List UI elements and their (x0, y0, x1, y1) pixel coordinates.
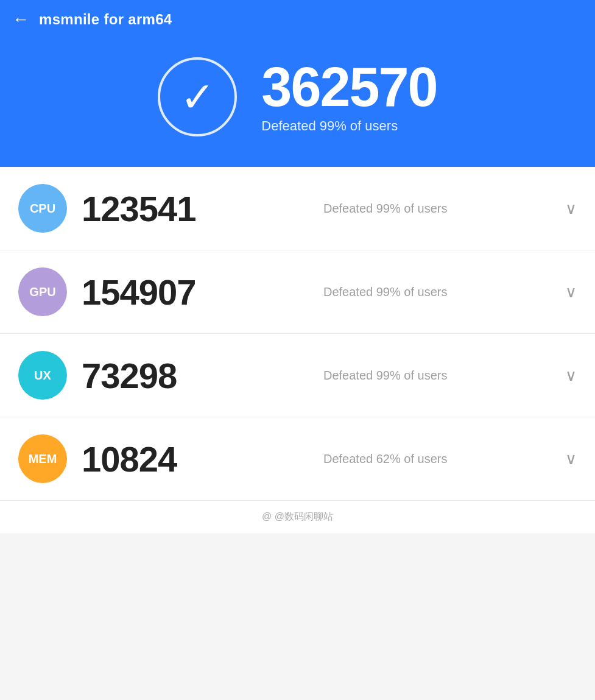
ux-score: 73298 (82, 355, 309, 396)
cpu-badge: CPU (18, 184, 67, 233)
category-row-cpu[interactable]: CPU 123541 Defeated 99% of users ∨ (0, 167, 595, 250)
cpu-defeat-text: Defeated 99% of users (323, 200, 551, 217)
header: ← msmnile for arm64 (0, 0, 595, 39)
mem-score: 10824 (82, 439, 309, 479)
total-score: 362570 (261, 60, 437, 115)
mem-badge: MEM (18, 434, 67, 483)
mem-defeat-text: Defeated 62% of users (323, 450, 551, 467)
categories-list: CPU 123541 Defeated 99% of users ∨ GPU 1… (0, 167, 595, 501)
gpu-score: 154907 (82, 272, 309, 313)
chevron-down-icon[interactable]: ∨ (565, 366, 577, 385)
chevron-down-icon[interactable]: ∨ (565, 199, 577, 218)
gpu-badge: GPU (18, 267, 67, 316)
ux-defeat-text: Defeated 99% of users (323, 367, 551, 384)
watermark: @ @数码闲聊站 (0, 501, 595, 533)
category-row-ux[interactable]: UX 73298 Defeated 99% of users ∨ (0, 334, 595, 417)
ux-badge: UX (18, 351, 67, 400)
watermark-text: @ @数码闲聊站 (262, 511, 333, 521)
chevron-down-icon[interactable]: ∨ (565, 450, 577, 468)
back-button[interactable]: ← (12, 11, 29, 28)
score-section: ✓ 362570 Defeated 99% of users (0, 39, 595, 167)
check-circle-icon: ✓ (158, 57, 237, 136)
gpu-defeat-text: Defeated 99% of users (323, 283, 551, 300)
score-subtitle: Defeated 99% of users (261, 118, 437, 134)
category-row-mem[interactable]: MEM 10824 Defeated 62% of users ∨ (0, 417, 595, 501)
page-title: msmnile for arm64 (39, 11, 172, 28)
score-info: 362570 Defeated 99% of users (261, 60, 437, 134)
chevron-down-icon[interactable]: ∨ (565, 283, 577, 302)
cpu-score: 123541 (82, 188, 309, 229)
category-row-gpu[interactable]: GPU 154907 Defeated 99% of users ∨ (0, 250, 595, 334)
checkmark-icon: ✓ (180, 76, 215, 118)
